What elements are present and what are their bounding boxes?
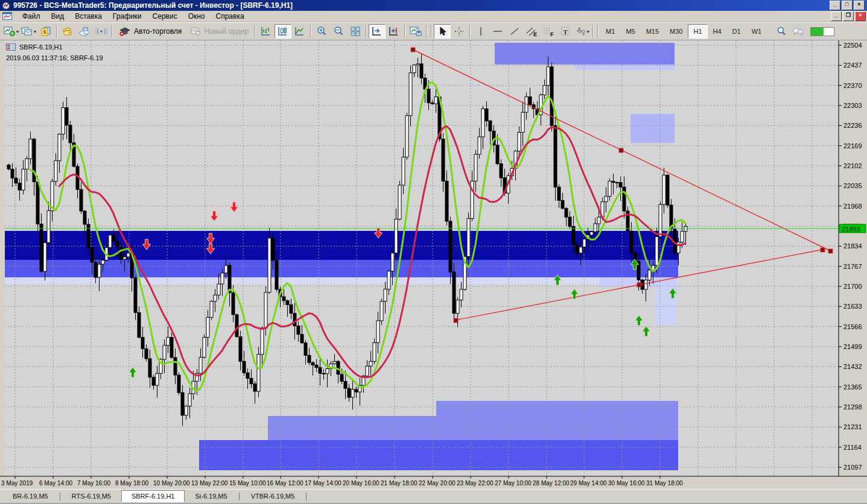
chart-symbol-label: SBRF-6.19,H1 — [19, 43, 63, 51]
tab-rts-619-m5[interactable]: RTS-6.19,M5 — [62, 490, 121, 502]
menu-service[interactable]: Сервис — [147, 11, 183, 21]
horizontal-line-button[interactable] — [489, 24, 506, 39]
toolbar-separator — [592, 25, 594, 37]
signals-button[interactable] — [93, 24, 110, 39]
svg-text:21767: 21767 — [843, 263, 862, 270]
cursor-icon — [437, 26, 447, 37]
child-minimize-button[interactable]: _ — [831, 11, 842, 21]
svg-text:21700: 21700 — [843, 283, 862, 290]
metatrader-window: 995726 - BCS-MetaTrader5: Предварительны… — [0, 0, 867, 504]
timeframe-h1-button[interactable]: H1 — [688, 24, 707, 39]
close-button[interactable]: × — [854, 1, 865, 10]
menu-insert[interactable]: Вставка — [69, 11, 107, 21]
candlestick-chart-button[interactable] — [275, 24, 291, 39]
menu-file[interactable]: Файл — [17, 11, 46, 21]
svg-text:21566: 21566 — [843, 323, 862, 330]
svg-text:22 May 20:00: 22 May 20:00 — [419, 480, 456, 487]
toolbar-separator — [431, 25, 432, 37]
signal-icon — [95, 26, 107, 37]
money-transfer-icon: $ — [40, 26, 51, 37]
payments-button[interactable] — [59, 24, 76, 39]
svg-text:15 May 10:00: 15 May 10:00 — [229, 480, 266, 487]
toolbar-separator — [366, 25, 367, 37]
search-button[interactable] — [773, 24, 790, 39]
chat-button[interactable] — [790, 24, 807, 39]
tab-si-619-m5[interactable]: Si-6.19,M5 — [185, 490, 237, 502]
svg-text:16 May 12:00: 16 May 12:00 — [267, 480, 303, 487]
chart-template-button[interactable] — [407, 24, 424, 39]
fibonacci-button[interactable]: F — [540, 24, 557, 39]
profiles-button[interactable]: ▾ — [20, 24, 37, 39]
dropdown-caret-icon: ▾ — [587, 29, 589, 34]
child-close-button[interactable]: × — [855, 11, 866, 21]
equidistant-channel-button[interactable]: E — [523, 24, 540, 39]
search-icon — [776, 26, 787, 37]
svg-text:21365: 21365 — [843, 383, 862, 391]
minimize-button[interactable]: _ — [830, 1, 840, 10]
candlestick-chart-icon — [278, 26, 288, 37]
timeframe-h4-button[interactable]: H4 — [708, 24, 727, 39]
svg-text:28 May 12:00: 28 May 12:00 — [533, 480, 570, 487]
profiles-icon — [21, 26, 33, 37]
vertical-line-button[interactable] — [472, 24, 489, 39]
tab-separator — [60, 493, 60, 500]
crosshair-button[interactable] — [451, 24, 468, 39]
line-chart-button[interactable] — [291, 24, 308, 39]
toolbar-separator — [597, 25, 599, 37]
maximize-button[interactable]: □ — [842, 1, 853, 10]
svg-text:10 May 20:00: 10 May 20:00 — [153, 480, 190, 487]
chart-header: SBRF-6.19,H1 — [6, 43, 63, 51]
svg-text:8 May 18:00: 8 May 18:00 — [115, 480, 148, 487]
svg-text:22169: 22169 — [843, 142, 862, 150]
horizontal-line-icon — [492, 26, 503, 37]
tab-separator — [306, 493, 306, 500]
toolbar-separator — [255, 25, 256, 37]
menu-window[interactable]: Окно — [183, 11, 211, 21]
timeframe-m15-button[interactable]: M15 — [641, 24, 664, 39]
tab-separator — [239, 493, 240, 500]
svg-text:$: $ — [43, 29, 46, 35]
toolbar-separator — [310, 25, 311, 37]
tab-vtbr-619-m5[interactable]: VTBR-6.19,M5 — [241, 490, 305, 502]
svg-text:21499: 21499 — [843, 343, 862, 350]
price-chart[interactable]: 2250422437223702230322236221692210222035… — [0, 40, 867, 489]
trendline-button[interactable] — [506, 24, 523, 39]
chart-shift-button[interactable] — [386, 24, 402, 39]
new-chart-button[interactable]: ▾ — [2, 24, 20, 39]
timeframe-m5-button[interactable]: M5 — [620, 24, 640, 39]
cursor-button[interactable] — [434, 24, 451, 39]
money-transfer-button[interactable]: $ — [37, 24, 54, 39]
timeframe-m30-button[interactable]: M30 — [664, 24, 688, 39]
new-chart-icon — [4, 26, 16, 37]
bar-chart-icon — [261, 26, 272, 37]
menu-charts[interactable]: Графики — [107, 11, 147, 21]
svg-text:17 May 14:00: 17 May 14:00 — [305, 480, 341, 487]
child-restore-button[interactable]: ❐ — [843, 11, 854, 21]
timeframe-w1-button[interactable]: W1 — [746, 24, 767, 39]
svg-text:13 May 22:00: 13 May 22:00 — [191, 480, 228, 487]
menu-help[interactable]: Справка — [211, 11, 250, 21]
menu-view[interactable]: Вид — [46, 11, 70, 21]
svg-text:31 May 18:00: 31 May 18:00 — [646, 480, 683, 487]
zoom-out-icon — [333, 26, 344, 37]
chart-container[interactable]: 2250422437223702230322236221692210222035… — [0, 40, 867, 489]
bar-chart-button[interactable] — [258, 24, 275, 39]
new-order-label: Новый ордер — [204, 27, 249, 36]
cloud-services-button[interactable] — [76, 24, 93, 39]
arrow-objects-button[interactable]: ▾ — [574, 24, 591, 39]
svg-text:21231: 21231 — [843, 423, 862, 430]
new-order-button[interactable]: Новый ордер — [186, 24, 253, 39]
zoom-out-button[interactable] — [330, 24, 347, 39]
text-label-button[interactable]: T — [557, 24, 574, 39]
auto-trading-button[interactable]: Авто-торговля — [115, 24, 186, 39]
fibonacci-letter: F — [550, 31, 554, 37]
zoom-in-button[interactable] — [313, 24, 330, 39]
tab-br-619-m5[interactable]: BR-6.19,M5 — [2, 490, 59, 502]
auto-scroll-button[interactable] — [369, 24, 386, 39]
timeframe-m1-button[interactable]: M1 — [600, 24, 620, 39]
tab-sbrf-619-h1[interactable]: SBRF-6.19,H1 — [121, 490, 185, 502]
timeframe-d1-button[interactable]: D1 — [727, 24, 746, 39]
svg-text:21 May 18:00: 21 May 18:00 — [381, 480, 418, 487]
toolbar-separator — [112, 25, 113, 37]
tile-windows-button[interactable] — [347, 24, 364, 39]
